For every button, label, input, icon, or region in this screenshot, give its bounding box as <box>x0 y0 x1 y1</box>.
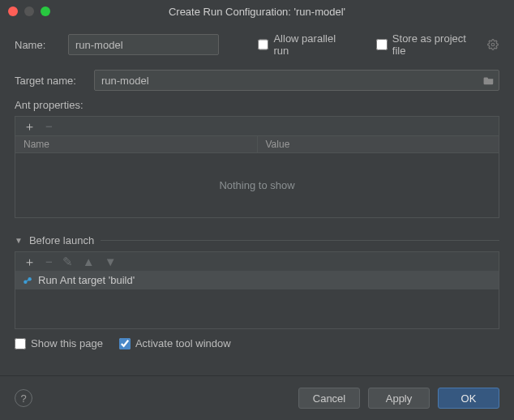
ant-properties-label: Ant properties: <box>15 99 499 111</box>
move-down-icon: ▼ <box>105 255 117 268</box>
empty-table-text: Nothing to show <box>219 179 294 191</box>
remove-icon: − <box>45 255 53 268</box>
before-launch-toolbar: ＋ − ✎ ▲ ▼ <box>15 251 499 271</box>
add-icon[interactable]: ＋ <box>24 255 36 268</box>
chevron-down-icon[interactable]: ▼ <box>15 236 23 245</box>
column-name-header: Name <box>15 136 258 152</box>
edit-icon: ✎ <box>62 255 73 268</box>
show-this-page-label: Show this page <box>31 337 103 349</box>
column-value-header: Value <box>258 136 499 152</box>
before-launch-list[interactable]: Run Ant target 'build' <box>15 271 499 329</box>
target-name-label: Target name: <box>15 75 86 87</box>
minimize-window-button[interactable] <box>24 6 34 16</box>
ok-button[interactable]: OK <box>438 388 499 409</box>
window-controls <box>8 6 50 16</box>
activate-tool-window-checkbox-input[interactable] <box>119 338 131 349</box>
ant-properties-table-body: Nothing to show <box>15 153 499 218</box>
store-as-project-file-checkbox[interactable]: Store as project file <box>376 32 478 57</box>
dialog-title: Create Run Configuration: 'run-model' <box>169 6 345 18</box>
gear-icon[interactable] <box>487 38 499 51</box>
apply-button[interactable]: Apply <box>368 388 430 409</box>
before-launch-label: Before launch <box>29 234 94 246</box>
folder-icon[interactable] <box>479 75 499 85</box>
list-item-label: Run Ant target 'build' <box>38 274 135 286</box>
help-button[interactable]: ? <box>15 389 32 407</box>
cancel-button[interactable]: Cancel <box>298 388 360 409</box>
remove-icon: − <box>45 120 53 132</box>
show-this-page-checkbox-input[interactable] <box>15 338 26 349</box>
ant-properties-toolbar: ＋ − <box>15 116 499 135</box>
activate-tool-window-label: Activate tool window <box>135 337 231 349</box>
svg-line-3 <box>27 280 29 281</box>
ant-properties-table-header: Name Value <box>15 135 499 153</box>
separator-line <box>101 240 499 241</box>
allow-parallel-run-label: Allow parallel run <box>273 32 350 57</box>
before-launch-section-header[interactable]: ▼ Before launch <box>15 234 499 246</box>
footer-separator <box>0 375 514 376</box>
zoom-window-button[interactable] <box>41 6 50 16</box>
target-name-field[interactable] <box>94 70 499 91</box>
add-icon[interactable]: ＋ <box>24 120 36 132</box>
store-as-project-file-checkbox-input[interactable] <box>376 39 387 50</box>
name-input[interactable] <box>68 34 219 55</box>
svg-point-0 <box>492 43 495 46</box>
activate-tool-window-checkbox[interactable]: Activate tool window <box>119 337 231 349</box>
ant-icon <box>22 275 33 286</box>
allow-parallel-run-checkbox-input[interactable] <box>258 39 268 50</box>
titlebar: Create Run Configuration: 'run-model' <box>0 0 514 23</box>
list-item[interactable]: Run Ant target 'build' <box>15 271 499 289</box>
move-up-icon: ▲ <box>83 255 95 268</box>
name-label: Name: <box>15 39 60 51</box>
store-as-project-file-label: Store as project file <box>392 32 479 57</box>
close-window-button[interactable] <box>8 6 18 16</box>
allow-parallel-run-checkbox[interactable]: Allow parallel run <box>258 32 350 57</box>
show-this-page-checkbox[interactable]: Show this page <box>15 337 103 349</box>
target-name-input[interactable] <box>95 75 479 87</box>
